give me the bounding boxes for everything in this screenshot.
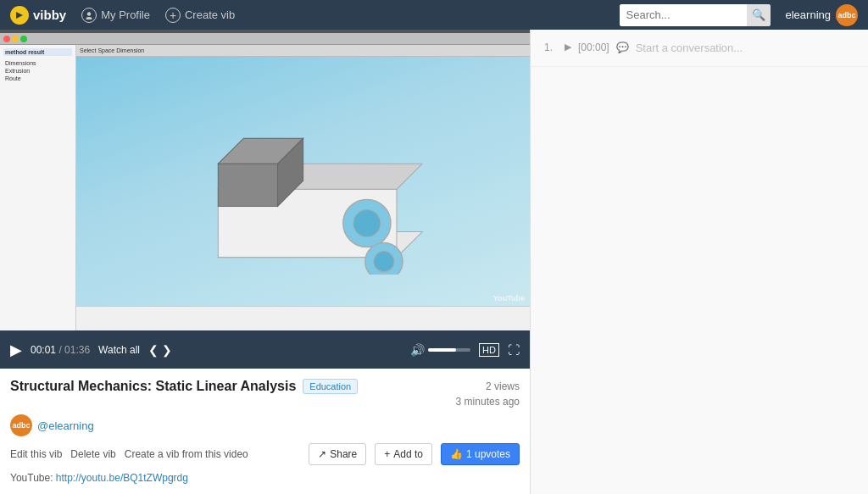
user-label: elearning <box>786 8 832 21</box>
search-icon: 🔍 <box>752 8 765 21</box>
share-icon: ↗ <box>318 448 326 460</box>
svg-rect-6 <box>218 164 277 207</box>
upvotes-label: 1 upvotes <box>466 448 510 460</box>
my-profile-label: My Profile <box>101 8 150 21</box>
create-vib-icon: + <box>165 8 181 23</box>
top-nav: vibby My Profile + Create vib 🔍 elearnin… <box>0 0 868 30</box>
time-ago: 3 minutes ago <box>456 394 520 409</box>
create-vib-nav[interactable]: + Create vib <box>165 8 235 23</box>
add-to-label: Add to <box>393 448 423 460</box>
video-stats-row: Structural Mechanics: Static Linear Anal… <box>10 379 520 409</box>
cad-sidebar-model: method result <box>3 48 72 56</box>
cad-top-bar <box>0 33 530 45</box>
author-avatar-text: adbc <box>12 421 30 430</box>
current-time: 00:01 <box>31 344 56 356</box>
volume-fill <box>428 348 456 352</box>
cad-sidebar-dim: Dimensions <box>3 59 72 67</box>
cad-main: Select Space Dimension <box>76 45 530 330</box>
my-profile-nav[interactable]: My Profile <box>81 8 150 23</box>
watch-all-button[interactable]: Watch all <box>98 344 140 356</box>
user-avatar-text: adbc <box>837 11 855 19</box>
play-button[interactable]: ▶ <box>10 341 22 359</box>
youtube-url[interactable]: http://youtu.be/BQ1tZWpgrdg <box>56 472 188 484</box>
video-tag[interactable]: Education <box>303 379 358 394</box>
nav-user[interactable]: elearning adbc <box>786 4 859 26</box>
cad-min-btn <box>12 36 19 42</box>
main-layout: method result Dimensions Extrusion Route… <box>0 30 868 494</box>
cad-close-btn <box>3 36 10 42</box>
video-title: Structural Mechanics: Static Linear Anal… <box>10 379 296 394</box>
user-avatar: adbc <box>836 4 858 26</box>
fullscreen-button[interactable]: ⛶ <box>508 343 520 357</box>
video-container[interactable]: method result Dimensions Extrusion Route… <box>0 30 530 330</box>
search-button[interactable]: 🔍 <box>747 4 771 26</box>
cad-sidebar-ext: Extrusion <box>3 67 72 75</box>
edit-vib-link[interactable]: Edit this vib <box>10 448 62 460</box>
youtube-link-row: YouTube: http://youtu.be/BQ1tZWpgrdg <box>10 472 520 484</box>
video-frame: method result Dimensions Extrusion Route… <box>0 33 530 330</box>
share-button[interactable]: ↗ Share <box>309 443 366 465</box>
comment-play-icon: ▶ <box>565 42 571 53</box>
youtube-label: YouTube: <box>10 472 53 484</box>
video-time: 00:01 / 01:36 <box>31 344 90 356</box>
vibby-logo-svg <box>14 9 25 21</box>
svg-point-12 <box>374 252 394 272</box>
thumbs-up-icon: 👍 <box>450 448 463 460</box>
add-to-button[interactable]: + Add to <box>375 443 432 465</box>
cad-select-label: Select Space Dimension <box>80 47 144 53</box>
comments-section: 1. ▶ [00:00] 💬 Start a conversation... <box>530 30 868 494</box>
video-info: Structural Mechanics: Static Linear Anal… <box>0 369 530 492</box>
hd-button[interactable]: HD <box>479 343 499 357</box>
video-title-row: Structural Mechanics: Static Linear Anal… <box>10 379 358 394</box>
video-controls: ▶ 00:01 / 01:36 Watch all ❮ ❯ 🔊 HD ⛶ <box>0 330 530 369</box>
cad-viewport: YouTube <box>76 57 530 306</box>
author-avatar: adbc <box>10 414 32 436</box>
delete-vib-link[interactable]: Delete vib <box>70 448 115 460</box>
youtube-watermark: YouTube <box>493 294 525 303</box>
comment-index: 1. <box>544 42 558 53</box>
author-row: adbc @elearning <box>10 414 520 436</box>
cad-part-svg <box>133 87 473 275</box>
cad-body: method result Dimensions Extrusion Route… <box>0 45 530 330</box>
profile-svg <box>85 11 93 19</box>
profile-icon <box>81 8 97 23</box>
views-count: 2 views <box>456 379 520 394</box>
prev-chapter-button[interactable]: ❮ <box>148 343 159 357</box>
svg-point-10 <box>353 210 381 237</box>
add-icon: + <box>384 448 390 460</box>
search-input[interactable] <box>620 4 747 26</box>
svg-point-1 <box>87 12 91 15</box>
create-vib-label: Create vib <box>185 8 235 21</box>
comment-timestamp: [00:00] <box>578 42 609 53</box>
svg-point-2 <box>86 17 92 19</box>
cad-bottom-bar <box>76 306 530 330</box>
cad-sidebar: method result Dimensions Extrusion Route <box>0 45 76 330</box>
action-row: Edit this vib Delete vib Create a vib fr… <box>10 443 520 465</box>
next-chapter-button[interactable]: ❯ <box>162 343 172 357</box>
volume-control: 🔊 <box>410 343 470 357</box>
comment-placeholder[interactable]: Start a conversation... <box>636 42 743 54</box>
upvote-button[interactable]: 👍 1 upvotes <box>441 443 520 465</box>
comment-bubble-icon: 💬 <box>616 42 629 53</box>
chapter-nav: ❮ ❯ <box>148 343 172 357</box>
logo-icon <box>10 6 29 25</box>
cad-toolbar: Select Space Dimension <box>76 45 530 57</box>
search-bar: 🔍 <box>620 4 771 26</box>
create-from-video-link[interactable]: Create a vib from this video <box>125 448 248 460</box>
video-meta: 2 views 3 minutes ago <box>456 379 520 409</box>
cad-sidebar-route: Route <box>3 75 72 82</box>
logo-text: vibby <box>33 8 66 22</box>
video-section: method result Dimensions Extrusion Route… <box>0 30 530 494</box>
total-time: 01:36 <box>64 344 90 356</box>
svg-marker-0 <box>16 12 23 19</box>
comment-item: 1. ▶ [00:00] 💬 Start a conversation... <box>531 30 868 67</box>
cad-max-btn <box>20 36 27 42</box>
author-name[interactable]: @elearning <box>37 419 94 432</box>
volume-icon[interactable]: 🔊 <box>410 343 425 357</box>
share-label: Share <box>330 448 357 460</box>
volume-bar[interactable] <box>428 348 470 352</box>
logo[interactable]: vibby <box>10 6 66 25</box>
